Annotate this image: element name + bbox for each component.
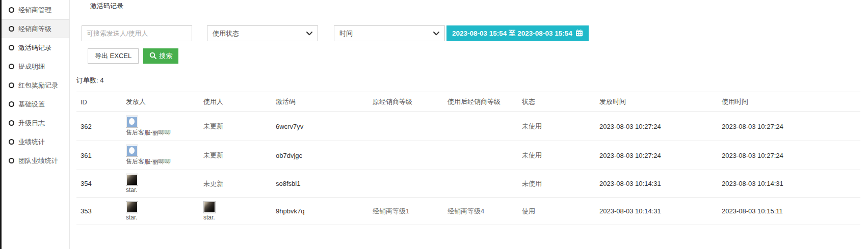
calendar-icon	[575, 29, 583, 38]
chevron-down-icon	[433, 30, 439, 37]
sidebar-item-label: 团队业绩统计	[18, 156, 58, 165]
issuer-avatar	[126, 201, 138, 213]
action-row: 导出 EXCEL 搜索	[88, 48, 860, 64]
cell-issue-time: 2023-08-03 10:14:31	[595, 170, 718, 198]
issuer-name: 售后客服-丽唧唧	[126, 128, 195, 137]
sidebar-item-5[interactable]: 基础设置	[2, 95, 69, 114]
search-input[interactable]	[82, 25, 192, 41]
main-panel: 激活码记录 使用状态 时间 2023-08-03 15:54 至	[70, 0, 868, 249]
cell-use-time: 2023-08-03 10:14:31	[718, 170, 860, 198]
cell-id: 362	[76, 112, 122, 141]
table-row: 354star.未更新so8fsbl1未使用2023-08-03 10:14:3…	[76, 170, 860, 198]
issuer-avatar	[126, 116, 138, 128]
radio-circle-icon	[9, 45, 14, 50]
issuer-avatar	[126, 145, 138, 157]
cell-old-level: 经销商等级1	[369, 198, 443, 225]
date-range-button[interactable]: 2023-08-03 15:54 至 2023-08-03 15:54	[446, 25, 589, 41]
sidebar-item-1[interactable]: 经销商等级	[2, 19, 69, 38]
cell-old-level	[369, 112, 443, 141]
cell-user: 未更新	[199, 141, 272, 170]
radio-circle-icon	[9, 158, 14, 163]
export-excel-button[interactable]: 导出 EXCEL	[88, 48, 139, 64]
cell-activation-code: 6wcrv7yv	[272, 112, 369, 141]
table-header: ID发放人使用人激活码原经销商等级使用后经销商等级状态发放时间使用时间	[76, 92, 860, 112]
cell-status: 未使用	[518, 141, 595, 170]
date-range-text: 2023-08-03 15:54 至 2023-08-03 15:54	[452, 29, 572, 38]
column-header: 使用时间	[718, 92, 860, 112]
cell-user: 未更新	[199, 112, 272, 141]
issuer-name: star.	[126, 186, 195, 193]
avatar-image	[127, 202, 137, 212]
cell-issuer: 售后客服-丽唧唧	[122, 141, 199, 170]
cell-id: 354	[76, 170, 122, 198]
sidebar: 经销商管理经销商等级激活码记录提成明细红包奖励记录基础设置升级日志业绩统计团队业…	[0, 0, 70, 249]
sidebar-item-label: 红包奖励记录	[18, 81, 58, 90]
status-select-value: 使用状态	[213, 29, 239, 38]
column-header: 使用人	[199, 92, 272, 112]
cell-use-time: 2023-08-03 10:27:24	[718, 112, 860, 141]
time-select[interactable]: 时间	[334, 25, 445, 41]
column-header: 激活码	[272, 92, 369, 112]
search-button-label: 搜索	[159, 51, 172, 61]
table-body: 362售后客服-丽唧唧未更新6wcrv7yv未使用2023-08-03 10:2…	[76, 112, 860, 225]
cell-user: 未更新	[199, 170, 272, 198]
column-header: 使用后经销商等级	[443, 92, 518, 112]
cell-issue-time: 2023-08-03 10:27:24	[595, 141, 718, 170]
column-header: 发放人	[122, 92, 199, 112]
column-header: 发放时间	[595, 92, 718, 112]
cell-id: 361	[76, 141, 122, 170]
radio-circle-icon	[9, 139, 14, 145]
radio-circle-icon	[9, 26, 14, 32]
app-window: 经销商管理经销商等级激活码记录提成明细红包奖励记录基础设置升级日志业绩统计团队业…	[0, 0, 868, 249]
records-table: ID发放人使用人激活码原经销商等级使用后经销商等级状态发放时间使用时间 362售…	[76, 92, 860, 225]
sidebar-item-7[interactable]: 业绩统计	[2, 132, 69, 151]
content-area: 使用状态 时间 2023-08-03 15:54 至 2023-08-03 15…	[70, 25, 868, 225]
sidebar-item-label: 基础设置	[18, 100, 45, 109]
search-button[interactable]: 搜索	[143, 48, 178, 64]
search-icon	[149, 52, 156, 61]
cell-status: 未使用	[518, 112, 595, 141]
cell-activation-code: so8fsbl1	[272, 170, 369, 198]
column-header: 状态	[518, 92, 595, 112]
column-header: ID	[76, 92, 122, 112]
cell-activation-code: ob7dvjgc	[272, 141, 369, 170]
user-avatar	[203, 201, 216, 213]
sidebar-item-label: 经销商等级	[18, 24, 51, 34]
order-count-value: 4	[100, 76, 103, 84]
cell-new-level	[443, 112, 518, 141]
radio-circle-icon	[9, 120, 14, 126]
sidebar-item-8[interactable]: 团队业绩统计	[2, 151, 69, 170]
cell-status: 使用	[518, 198, 595, 225]
order-count-label: 订单数:	[76, 76, 98, 84]
table-row: 361售后客服-丽唧唧未更新ob7dvjgc未使用2023-08-03 10:2…	[76, 141, 860, 170]
cell-id: 353	[76, 198, 122, 225]
table-row: 362售后客服-丽唧唧未更新6wcrv7yv未使用2023-08-03 10:2…	[76, 112, 860, 141]
radio-circle-icon	[9, 101, 14, 107]
sidebar-item-6[interactable]: 升级日志	[2, 114, 69, 132]
table-row: 353star.star.9hpbvk7q经销商等级1经销商等级4使用2023-…	[76, 198, 860, 225]
user-name: 未更新	[203, 180, 223, 187]
user-name: star.	[203, 214, 268, 221]
issuer-name: 售后客服-丽唧唧	[126, 157, 195, 166]
column-header: 原经销商等级	[369, 92, 443, 112]
user-name: 未更新	[203, 151, 223, 159]
avatar-image	[127, 117, 137, 127]
cell-issue-time: 2023-08-03 10:14:31	[595, 198, 718, 225]
radio-circle-icon	[9, 64, 14, 69]
radio-circle-icon	[9, 82, 14, 88]
user-name: 未更新	[203, 122, 223, 130]
status-select[interactable]: 使用状态	[207, 25, 318, 41]
order-count: 订单数: 4	[76, 76, 860, 85]
radio-circle-icon	[9, 7, 14, 13]
cell-new-level	[443, 141, 518, 170]
avatar-image	[204, 202, 215, 212]
sidebar-item-label: 业绩统计	[18, 137, 45, 147]
avatar-image	[127, 175, 137, 185]
cell-issuer: 售后客服-丽唧唧	[122, 112, 199, 141]
sidebar-item-2[interactable]: 激活码记录	[2, 38, 69, 57]
cell-new-level: 经销商等级4	[443, 198, 518, 225]
sidebar-item-4[interactable]: 红包奖励记录	[2, 76, 69, 95]
sidebar-item-label: 提成明细	[18, 62, 45, 71]
sidebar-item-3[interactable]: 提成明细	[2, 57, 69, 76]
sidebar-item-0[interactable]: 经销商管理	[2, 1, 69, 19]
